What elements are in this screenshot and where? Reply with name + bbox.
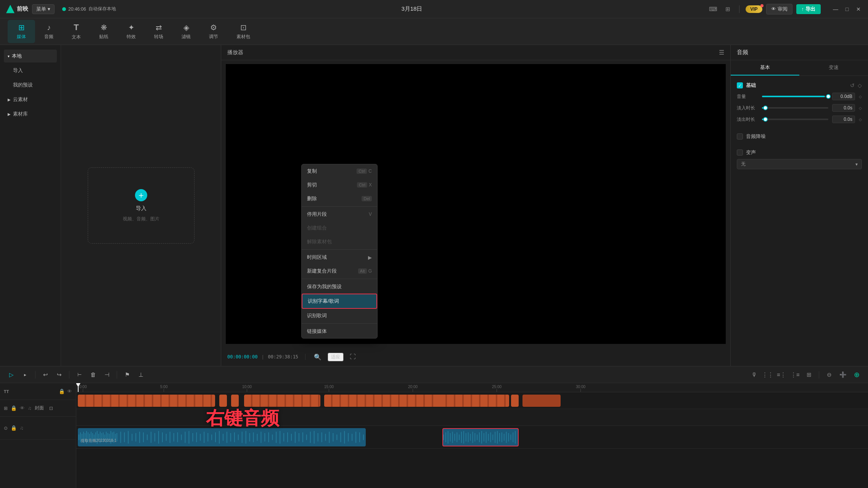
fade-out-slider[interactable] [762,119,828,120]
import-label: 导入 [136,205,146,212]
tab-basic[interactable]: 基本 [731,60,799,75]
volume-diamond[interactable]: ◇ [859,95,862,99]
cover-audio-icon[interactable]: ♫ [28,405,32,411]
audio-clip-main[interactable]: 提取音频20230318-1 [78,428,366,446]
zoom-out-button[interactable]: ⊖ [824,369,834,380]
toolbar-item-effects[interactable]: ✦ 特效 [117,20,145,43]
right-panel-header: 音频 [731,45,868,60]
trim-button[interactable]: ⊣ [101,369,112,380]
cm-recognize-lyrics[interactable]: 识别歌词 [302,309,377,323]
nav-item-library[interactable]: ▶ 素材库 [4,108,57,120]
voice-checkbox[interactable] [737,149,743,156]
fade-out-diamond[interactable]: ◇ [859,117,862,122]
diamond-icon[interactable]: ◇ [858,82,862,88]
text-icon: T [74,22,79,32]
pack-icon: ⊡ [240,23,247,32]
audio-clip-2[interactable] [442,428,519,446]
timeline-area: ▷ ▸ ↩ ↪ ⊢ 🗑 ⊣ ⚑ ⊥ 🎙 ⋮⋮ ≡⋮ ⋮≡ ⊞ ⊖ ➕ ⊕ TT [0,366,868,488]
mic-button[interactable]: 🎙 [749,369,759,380]
cm-link-media[interactable]: 链接媒体 [302,324,377,338]
tl-btn-1[interactable]: ▸ [20,369,31,380]
snap-button[interactable]: ⋮⋮ [762,369,773,380]
marker-button[interactable]: ⊥ [135,369,146,380]
fade-in-diamond[interactable]: ◇ [859,106,862,110]
video-clip-6[interactable] [511,395,519,407]
audio-lock-icon[interactable]: 🔒 [11,425,17,431]
vip-button[interactable]: VIP [746,5,762,13]
split-button[interactable]: ⊢ [74,369,85,380]
undo-button[interactable]: ↩ [40,369,51,380]
cm-recognize-subtitle[interactable]: 识别字幕/歌词 [302,294,377,309]
timeline-body: TT 🔒 👁 ⊞ 🔒 👁 ♫ 封面 ⊡ ⊙ 🔒 ♫ [0,383,868,488]
video-clip-8[interactable] [439,395,509,407]
volume-slider[interactable] [762,96,828,97]
toolbar-item-media[interactable]: ⊞ 媒体 [8,20,35,43]
import-drop-area[interactable]: ＋ 导入 视频、音频、图片 [88,167,194,244]
cm-disable-clip[interactable]: 停用片段 V [302,207,377,221]
voice-dropdown[interactable]: 无 ▾ [737,159,862,169]
layout-icon[interactable]: ⊞ [722,4,733,14]
noise-checkbox[interactable] [737,133,743,140]
close-button[interactable]: ✕ [855,6,862,13]
nav-item-import[interactable]: 导入 [4,64,57,77]
tab-speed[interactable]: 变速 [799,60,868,75]
toolbar-item-filter[interactable]: ◈ 滤镜 [172,20,200,43]
player-menu-icon[interactable]: ☰ [719,49,724,56]
cm-copy[interactable]: 复制 Ctrl C [302,164,377,178]
reset-icon[interactable]: ↺ [850,82,855,88]
video-clip-2[interactable] [219,395,227,407]
cover-lock-icon[interactable]: 🔒 [11,405,17,411]
group-button[interactable]: ≡⋮ [776,369,787,380]
svg-rect-107 [479,432,480,442]
minimize-button[interactable]: — [832,6,839,13]
cm-delete[interactable]: 删除 Del [302,192,377,205]
review-button[interactable]: 👁 审阅 [766,4,792,14]
cm-save-preset[interactable]: 保存为我的预设 [302,280,377,294]
video-eye-icon[interactable]: 👁 [67,388,72,394]
video-clip-1[interactable] [78,395,215,407]
video-clip-3[interactable] [231,395,239,407]
filter-icon: ◈ [183,23,189,32]
cm-delete-label: 删除 [307,195,317,202]
adapt-button[interactable]: 适应 [328,353,344,361]
fullscreen-icon[interactable]: ⛶ [348,352,357,362]
video-lock-icon[interactable]: 🔒 [59,388,65,394]
cm-new-composite[interactable]: 新建复合片段 Alt G [302,264,377,278]
svg-rect-79 [321,432,322,442]
cover-eye-icon[interactable]: 👁 [20,405,25,411]
redo-button[interactable]: ↪ [54,369,64,380]
video-clip-7[interactable] [522,395,561,407]
align-center-button[interactable]: ⊞ [804,369,814,380]
fade-in-slider[interactable] [762,107,828,109]
toolbar-item-audio[interactable]: ♪ 音频 [35,20,63,43]
flag-button[interactable]: ⚑ [122,369,132,380]
toolbar-item-adjust[interactable]: ⚙ 调节 [200,20,227,43]
select-tool-button[interactable]: ▷ [6,369,17,380]
add-track-button[interactable]: ⊕ [851,369,862,380]
svg-rect-114 [495,432,495,443]
keyboard-icon[interactable]: ⌨ [708,4,719,14]
align-left-button[interactable]: ⋮≡ [790,369,800,380]
maximize-button[interactable]: □ [844,6,850,13]
basic-checkbox[interactable]: ✓ [737,82,743,88]
zoom-in-icon[interactable]: 🔍 [312,352,323,362]
cm-cut[interactable]: 剪切 Ctrl X [302,178,377,192]
svg-rect-83 [336,435,337,440]
toolbar-item-pack[interactable]: ⊡ 素材包 [227,20,259,43]
audio-volume-icon[interactable]: ♫ [20,425,24,431]
toolbar-item-text[interactable]: T 文本 [63,19,90,43]
toolbar-item-sticker[interactable]: ❋ 贴纸 [90,20,117,43]
export-button[interactable]: ↑ 导出 [796,4,821,14]
nav-item-cloud[interactable]: ▶ 云素材 [4,93,57,106]
cm-time-range[interactable]: 时间区域 ▶ [302,250,377,264]
video-clip-4[interactable] [244,395,320,407]
nav-item-local[interactable]: ▾ 本地 [4,50,57,63]
adjust-label: 调节 [209,34,218,40]
delete-button[interactable]: 🗑 [88,369,98,380]
toolbar-item-transition[interactable]: ⇄ 转场 [145,20,172,43]
nav-item-preset[interactable]: 我的预设 [4,79,57,92]
zoom-in-button[interactable]: ➕ [837,369,848,380]
cm-sep-2 [302,249,377,250]
menu-button[interactable]: 菜单 ▾ [32,4,55,14]
volume-fill [762,96,825,97]
